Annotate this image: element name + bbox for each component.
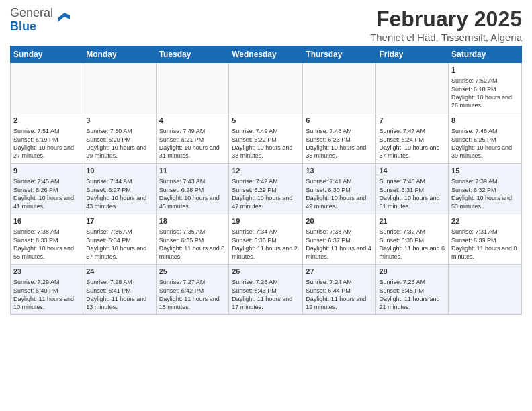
day-info: Sunrise: 7:28 AMSunset: 6:41 PMDaylight:… bbox=[86, 278, 152, 311]
calendar-cell: 28Sunrise: 7:23 AMSunset: 6:45 PMDayligh… bbox=[376, 265, 449, 315]
weekday-header: Sunday bbox=[11, 46, 83, 63]
day-number: 3 bbox=[86, 116, 152, 126]
day-number: 6 bbox=[306, 116, 373, 126]
day-info: Sunrise: 7:48 AMSunset: 6:23 PMDaylight:… bbox=[306, 127, 373, 160]
day-info: Sunrise: 7:49 AMSunset: 6:21 PMDaylight:… bbox=[159, 127, 226, 160]
calendar-cell bbox=[449, 265, 522, 315]
day-info: Sunrise: 7:39 AMSunset: 6:32 PMDaylight:… bbox=[451, 177, 519, 210]
logo-general: General bbox=[10, 6, 53, 19]
calendar-cell: 6Sunrise: 7:48 AMSunset: 6:23 PMDaylight… bbox=[303, 113, 376, 164]
calendar-cell: 23Sunrise: 7:29 AMSunset: 6:40 PMDayligh… bbox=[11, 265, 83, 315]
calendar-cell: 16Sunrise: 7:38 AMSunset: 6:33 PMDayligh… bbox=[11, 214, 83, 265]
calendar-cell bbox=[303, 63, 376, 113]
weekday-header-row: SundayMondayTuesdayWednesdayThursdayFrid… bbox=[11, 46, 522, 63]
weekday-header: Friday bbox=[376, 46, 449, 63]
month-title: February 2025 bbox=[370, 7, 522, 32]
day-info: Sunrise: 7:52 AMSunset: 6:18 PMDaylight:… bbox=[451, 77, 519, 109]
day-info: Sunrise: 7:44 AMSunset: 6:27 PMDaylight:… bbox=[86, 177, 152, 210]
day-info: Sunrise: 7:26 AMSunset: 6:43 PMDaylight:… bbox=[232, 278, 300, 311]
weekday-header: Monday bbox=[83, 46, 156, 63]
calendar-cell: 9Sunrise: 7:45 AMSunset: 6:26 PMDaylight… bbox=[11, 164, 83, 214]
calendar-cell: 25Sunrise: 7:27 AMSunset: 6:42 PMDayligh… bbox=[156, 265, 229, 315]
day-number: 10 bbox=[86, 166, 152, 176]
logo: General Blue bbox=[10, 7, 70, 34]
day-number: 27 bbox=[306, 267, 373, 277]
calendar-cell: 8Sunrise: 7:46 AMSunset: 6:25 PMDaylight… bbox=[449, 113, 522, 164]
calendar-table: SundayMondayTuesdayWednesdayThursdayFrid… bbox=[10, 46, 522, 315]
calendar-cell: 17Sunrise: 7:36 AMSunset: 6:34 PMDayligh… bbox=[83, 214, 156, 265]
calendar-week-row: 23Sunrise: 7:29 AMSunset: 6:40 PMDayligh… bbox=[11, 265, 522, 315]
logo-text: General Blue bbox=[10, 7, 53, 34]
day-number: 28 bbox=[379, 267, 445, 277]
calendar-cell: 14Sunrise: 7:40 AMSunset: 6:31 PMDayligh… bbox=[376, 164, 449, 214]
day-number: 11 bbox=[159, 166, 226, 176]
day-info: Sunrise: 7:41 AMSunset: 6:30 PMDaylight:… bbox=[306, 177, 373, 210]
day-number: 4 bbox=[159, 116, 226, 126]
day-info: Sunrise: 7:36 AMSunset: 6:34 PMDaylight:… bbox=[86, 228, 152, 261]
calendar-cell: 11Sunrise: 7:43 AMSunset: 6:28 PMDayligh… bbox=[156, 164, 229, 214]
calendar-week-row: 16Sunrise: 7:38 AMSunset: 6:33 PMDayligh… bbox=[11, 214, 522, 265]
calendar-cell: 18Sunrise: 7:35 AMSunset: 6:35 PMDayligh… bbox=[156, 214, 229, 265]
weekday-header: Wednesday bbox=[229, 46, 303, 63]
header: General Blue February 2025 Theniet el Ha… bbox=[10, 7, 522, 43]
weekday-header: Tuesday bbox=[156, 46, 229, 63]
location: Theniet el Had, Tissemsilt, Algeria bbox=[370, 32, 522, 43]
day-number: 24 bbox=[86, 267, 152, 277]
calendar-week-row: 9Sunrise: 7:45 AMSunset: 6:26 PMDaylight… bbox=[11, 164, 522, 214]
day-number: 25 bbox=[159, 267, 226, 277]
calendar-cell: 21Sunrise: 7:32 AMSunset: 6:38 PMDayligh… bbox=[376, 214, 449, 265]
calendar-cell: 22Sunrise: 7:31 AMSunset: 6:39 PMDayligh… bbox=[449, 214, 522, 265]
calendar-cell: 24Sunrise: 7:28 AMSunset: 6:41 PMDayligh… bbox=[83, 265, 156, 315]
day-number: 1 bbox=[451, 65, 519, 75]
calendar-cell bbox=[11, 63, 83, 113]
weekday-header: Thursday bbox=[303, 46, 376, 63]
day-info: Sunrise: 7:29 AMSunset: 6:40 PMDaylight:… bbox=[13, 278, 80, 311]
day-number: 14 bbox=[379, 166, 445, 176]
day-number: 16 bbox=[13, 216, 80, 226]
day-info: Sunrise: 7:43 AMSunset: 6:28 PMDaylight:… bbox=[159, 177, 226, 210]
day-number: 8 bbox=[451, 116, 519, 126]
day-info: Sunrise: 7:33 AMSunset: 6:37 PMDaylight:… bbox=[306, 228, 373, 261]
day-info: Sunrise: 7:42 AMSunset: 6:29 PMDaylight:… bbox=[232, 177, 300, 210]
calendar-cell bbox=[83, 63, 156, 113]
day-number: 20 bbox=[306, 216, 373, 226]
day-info: Sunrise: 7:50 AMSunset: 6:20 PMDaylight:… bbox=[86, 127, 152, 160]
day-number: 7 bbox=[379, 116, 445, 126]
day-info: Sunrise: 7:34 AMSunset: 6:36 PMDaylight:… bbox=[232, 228, 300, 261]
calendar-cell: 5Sunrise: 7:49 AMSunset: 6:22 PMDaylight… bbox=[229, 113, 303, 164]
calendar-cell: 4Sunrise: 7:49 AMSunset: 6:21 PMDaylight… bbox=[156, 113, 229, 164]
day-info: Sunrise: 7:51 AMSunset: 6:19 PMDaylight:… bbox=[13, 127, 80, 160]
day-info: Sunrise: 7:35 AMSunset: 6:35 PMDaylight:… bbox=[159, 228, 226, 261]
day-number: 2 bbox=[13, 116, 80, 126]
calendar-cell: 2Sunrise: 7:51 AMSunset: 6:19 PMDaylight… bbox=[11, 113, 83, 164]
calendar-cell: 12Sunrise: 7:42 AMSunset: 6:29 PMDayligh… bbox=[229, 164, 303, 214]
calendar-cell bbox=[376, 63, 449, 113]
day-info: Sunrise: 7:38 AMSunset: 6:33 PMDaylight:… bbox=[13, 228, 80, 261]
day-info: Sunrise: 7:45 AMSunset: 6:26 PMDaylight:… bbox=[13, 177, 80, 210]
calendar-cell: 3Sunrise: 7:50 AMSunset: 6:20 PMDaylight… bbox=[83, 113, 156, 164]
title-block: February 2025 Theniet el Had, Tissemsilt… bbox=[370, 7, 522, 43]
day-number: 15 bbox=[451, 166, 519, 176]
day-number: 18 bbox=[159, 216, 226, 226]
day-number: 12 bbox=[232, 166, 300, 176]
day-number: 19 bbox=[232, 216, 300, 226]
calendar-cell: 7Sunrise: 7:47 AMSunset: 6:24 PMDaylight… bbox=[376, 113, 449, 164]
calendar-cell: 15Sunrise: 7:39 AMSunset: 6:32 PMDayligh… bbox=[449, 164, 522, 214]
day-number: 13 bbox=[306, 166, 373, 176]
day-number: 26 bbox=[232, 267, 300, 277]
logo-icon bbox=[55, 10, 70, 25]
calendar-cell: 13Sunrise: 7:41 AMSunset: 6:30 PMDayligh… bbox=[303, 164, 376, 214]
calendar-week-row: 1Sunrise: 7:52 AMSunset: 6:18 PMDaylight… bbox=[11, 63, 522, 113]
calendar-cell bbox=[229, 63, 303, 113]
calendar-cell: 1Sunrise: 7:52 AMSunset: 6:18 PMDaylight… bbox=[449, 63, 522, 113]
day-info: Sunrise: 7:23 AMSunset: 6:45 PMDaylight:… bbox=[379, 278, 445, 311]
weekday-header: Saturday bbox=[449, 46, 522, 63]
calendar-cell bbox=[156, 63, 229, 113]
day-info: Sunrise: 7:49 AMSunset: 6:22 PMDaylight:… bbox=[232, 127, 300, 160]
day-info: Sunrise: 7:46 AMSunset: 6:25 PMDaylight:… bbox=[451, 127, 519, 160]
day-info: Sunrise: 7:27 AMSunset: 6:42 PMDaylight:… bbox=[159, 278, 226, 311]
calendar-week-row: 2Sunrise: 7:51 AMSunset: 6:19 PMDaylight… bbox=[11, 113, 522, 164]
day-info: Sunrise: 7:24 AMSunset: 6:44 PMDaylight:… bbox=[306, 278, 373, 311]
day-number: 5 bbox=[232, 116, 300, 126]
day-number: 21 bbox=[379, 216, 445, 226]
